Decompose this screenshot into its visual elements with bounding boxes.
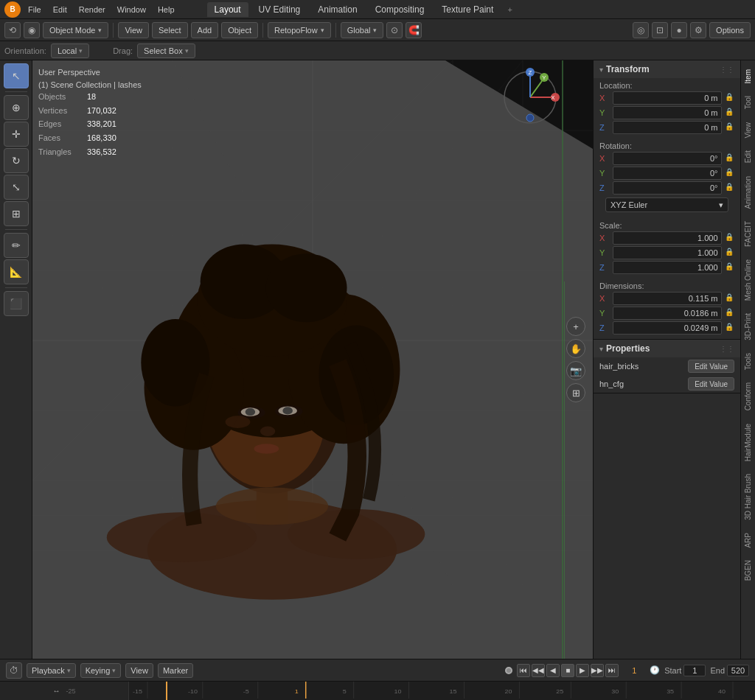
vtab-3dhairbrush[interactable]: 3D Hair Brush <box>742 468 754 526</box>
vtab-tool[interactable]: Tool <box>742 90 754 115</box>
menu-render[interactable]: Render <box>74 4 110 15</box>
transform-space-button[interactable]: Global <box>341 22 384 38</box>
transform-section-header[interactable]: ▾ Transform ⋮⋮ <box>594 60 740 78</box>
keying-button[interactable]: Keying ▾ <box>80 663 122 678</box>
scale-y-input[interactable] <box>613 246 722 259</box>
scale-z-input[interactable] <box>613 261 722 274</box>
loc-z-lock[interactable]: 🔒 <box>725 122 735 133</box>
options-icon[interactable]: ⚙ <box>690 22 706 38</box>
zoom-in-button[interactable]: + <box>566 317 585 336</box>
location-z-input[interactable] <box>613 121 722 134</box>
rotate-tool-button[interactable]: ↻ <box>4 148 29 173</box>
pivot-button[interactable]: ⊙ <box>386 22 403 38</box>
start-value[interactable]: 1 <box>683 665 706 676</box>
rot-x-lock[interactable]: 🔒 <box>725 153 735 164</box>
timeline-area[interactable]: ↔ -25 -15 -10 -5 1 5 10 15 20 <box>0 681 755 700</box>
timeline-ruler[interactable]: -15 -10 -5 1 5 10 15 20 25 30 <box>129 682 755 700</box>
vtab-faceit[interactable]: FACEIT <box>742 215 754 253</box>
menu-edit[interactable]: Edit <box>49 4 72 15</box>
tab-animation[interactable]: Animation <box>310 2 364 17</box>
annotate-tool-button[interactable]: ✏ <box>4 233 29 258</box>
view-button[interactable]: View <box>118 22 149 38</box>
navigation-gizmo[interactable]: X Y Z <box>501 68 560 127</box>
rot-y-lock[interactable]: 🔒 <box>725 168 735 178</box>
timeline-icon[interactable]: ⏱ <box>6 662 22 679</box>
rotation-y-input[interactable] <box>613 167 722 180</box>
mode-icon-btn[interactable]: ◉ <box>24 22 40 38</box>
end-value[interactable]: 520 <box>727 665 749 676</box>
vtab-animation[interactable]: Animation <box>742 170 754 214</box>
tab-layout[interactable]: Layout <box>207 2 248 17</box>
tab-texture-paint[interactable]: Texture Paint <box>434 2 501 17</box>
loc-y-lock[interactable]: 🔒 <box>725 108 735 118</box>
marker-button[interactable]: Marker <box>158 663 193 678</box>
vtab-bgen[interactable]: BGEN <box>742 554 754 587</box>
camera-button[interactable]: 📷 <box>566 361 585 380</box>
retopoflow-button[interactable]: RetopoFlow <box>268 22 331 38</box>
menu-window[interactable]: Window <box>113 4 150 15</box>
playback-button[interactable]: Playback ▾ <box>27 663 76 678</box>
scale-z-lock[interactable]: 🔒 <box>725 262 735 273</box>
rot-z-lock[interactable]: 🔒 <box>725 183 735 193</box>
xray-icon[interactable]: ⊡ <box>652 22 668 38</box>
object-button[interactable]: Object <box>221 22 258 38</box>
local-orientation-button[interactable]: Local ▾ <box>51 43 89 58</box>
cursor-tool-button[interactable]: ⊕ <box>4 95 29 120</box>
select-box-button[interactable]: Select Box ▾ <box>137 43 195 58</box>
dim-y-input[interactable] <box>613 307 722 320</box>
select-button[interactable]: Select <box>152 22 188 38</box>
blender-icon-btn[interactable]: ⟲ <box>4 22 21 38</box>
options-button[interactable]: Options <box>709 22 751 38</box>
grid-button[interactable]: ⊞ <box>566 383 585 402</box>
render-icon[interactable]: ● <box>671 22 687 38</box>
location-y-input[interactable] <box>613 106 722 119</box>
vtab-edit[interactable]: Edit <box>742 144 754 169</box>
scale-x-input[interactable] <box>613 231 722 245</box>
dim-z-input[interactable] <box>613 321 722 335</box>
object-mode-button[interactable]: Object Mode <box>43 22 108 38</box>
vtab-arp[interactable]: ARP <box>742 527 754 554</box>
play-back-button[interactable]: ◀ <box>546 664 560 677</box>
prop2-edit-button[interactable]: Edit Value <box>688 377 734 391</box>
dim-x-lock[interactable]: 🔒 <box>725 293 735 304</box>
scale-tool-button[interactable]: ⤡ <box>4 175 29 200</box>
vtab-conform[interactable]: Conform <box>742 377 754 416</box>
stop-button[interactable]: ■ <box>561 664 574 677</box>
dim-z-lock[interactable]: 🔒 <box>725 323 735 333</box>
add-button[interactable]: Add <box>191 22 219 38</box>
vtab-hairmodule[interactable]: HairModule <box>742 418 754 467</box>
prop1-edit-button[interactable]: Edit Value <box>688 360 734 373</box>
play-button[interactable]: ▶ <box>576 664 589 677</box>
vtab-tools[interactable]: Tools <box>742 347 754 376</box>
jump-end-button[interactable]: ⏭ <box>605 664 619 677</box>
measure-tool-button[interactable]: 📐 <box>4 259 29 284</box>
dim-y-lock[interactable]: 🔒 <box>725 308 735 318</box>
tab-uv-editing[interactable]: UV Editing <box>251 2 308 17</box>
add-cube-button[interactable]: ⬛ <box>4 291 29 316</box>
dim-x-input[interactable] <box>613 292 722 305</box>
properties-section-header[interactable]: ▾ Properties ⋮⋮ <box>594 340 740 357</box>
move-tool-button[interactable]: ✛ <box>4 122 29 147</box>
step-back-button[interactable]: ◀◀ <box>532 664 545 677</box>
overlay-icon[interactable]: ◎ <box>633 22 649 38</box>
vtab-item[interactable]: Item <box>742 63 754 89</box>
menu-file[interactable]: File <box>24 4 46 15</box>
jump-start-button[interactable]: ⏮ <box>517 664 530 677</box>
view-button-bottom[interactable]: View <box>125 663 153 678</box>
current-frame-display[interactable]: 1 <box>623 666 645 675</box>
viewport[interactable]: User Perspective (1) Scene Collection | … <box>32 60 593 659</box>
menu-help[interactable]: Help <box>153 4 179 15</box>
rotation-x-input[interactable] <box>613 152 722 165</box>
select-tool-button[interactable]: ↖ <box>4 63 29 88</box>
tab-compositing[interactable]: Compositing <box>368 2 432 17</box>
scale-y-lock[interactable]: 🔒 <box>725 248 735 258</box>
euler-mode-dropdown[interactable]: XYZ Euler ▾ <box>605 197 728 212</box>
location-x-input[interactable] <box>613 91 722 105</box>
scale-x-lock[interactable]: 🔒 <box>725 233 735 243</box>
loc-x-lock[interactable]: 🔒 <box>725 93 735 103</box>
blender-logo[interactable]: B <box>4 1 21 18</box>
step-forward-button[interactable]: ▶▶ <box>591 664 604 677</box>
transform-tool-button[interactable]: ⊞ <box>4 201 29 226</box>
vtab-view[interactable]: View <box>742 116 754 144</box>
vtab-3dprint[interactable]: 3D-Print <box>742 307 754 346</box>
